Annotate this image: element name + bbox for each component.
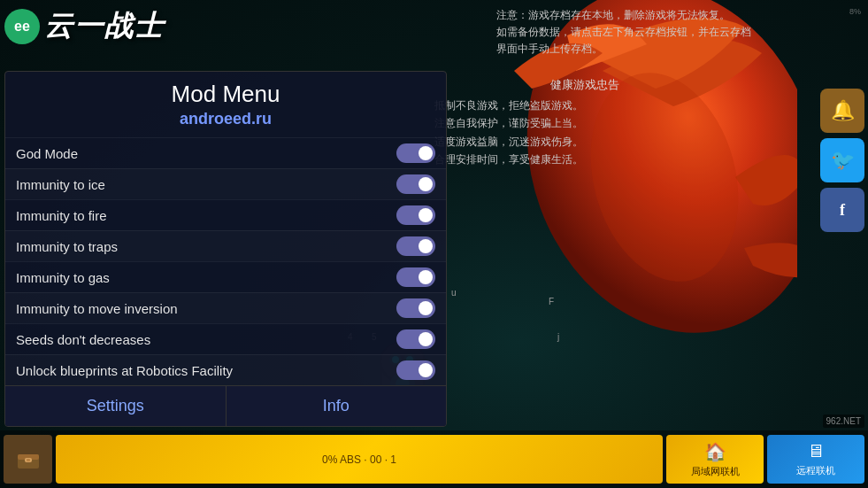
facebook-button[interactable]: f bbox=[820, 188, 864, 232]
mod-label: Immunity to fire bbox=[16, 208, 107, 223]
toggle-immunity-move[interactable] bbox=[396, 298, 435, 318]
svg-rect-16 bbox=[27, 459, 30, 461]
mod-label: Seeds don't decreases bbox=[16, 332, 150, 347]
toggle-immunity-traps[interactable] bbox=[396, 236, 435, 256]
local-network-label: 局域网联机 bbox=[691, 465, 740, 478]
right-side-buttons: 🔔 🐦 f bbox=[820, 89, 864, 232]
mod-label: God Mode bbox=[16, 146, 78, 161]
chest-icon-button[interactable] bbox=[4, 435, 52, 484]
save-notice: 注意：游戏存档存在本地，删除游戏将无法恢复。 如需备份数据，请点击左下角云存档按… bbox=[496, 7, 824, 58]
list-item[interactable]: Immunity to fire bbox=[5, 199, 446, 230]
remote-network-label: 远程联机 bbox=[796, 464, 835, 477]
mod-menu-list: God Mode Immunity to ice Immunity to fir… bbox=[5, 137, 446, 385]
toggle-seeds[interactable] bbox=[396, 329, 435, 349]
local-network-icon: 🏠 bbox=[704, 441, 726, 462]
remote-network-icon: 🖥 bbox=[807, 441, 825, 461]
mod-menu-header: Mod Menu androeed.ru bbox=[5, 72, 446, 137]
list-item[interactable]: God Mode bbox=[5, 137, 446, 168]
toggle-immunity-fire[interactable] bbox=[396, 205, 435, 225]
mod-label: Unlock blueprints at Robotics Facility bbox=[16, 363, 233, 378]
toggle-immunity-ice[interactable] bbox=[396, 174, 435, 194]
notice-small-label: 8% bbox=[849, 7, 861, 16]
toggle-blueprints[interactable] bbox=[396, 360, 435, 380]
list-item[interactable]: Immunity to traps bbox=[5, 230, 446, 261]
twitter-button[interactable]: 🐦 bbox=[820, 138, 864, 182]
health-line-2: 注意自我保护，谨防受骗上当。 bbox=[434, 114, 735, 132]
list-item[interactable]: Immunity to move inversion bbox=[5, 292, 446, 323]
tab-info-label: Info bbox=[323, 397, 350, 414]
toggle-immunity-gas[interactable] bbox=[396, 267, 435, 287]
bell-button[interactable]: 🔔 bbox=[820, 89, 864, 133]
level-marker-u: u bbox=[451, 288, 457, 298]
bell-icon: 🔔 bbox=[831, 99, 855, 122]
health-line-1: 抵制不良游戏，拒绝盗版游戏。 bbox=[434, 97, 735, 114]
mod-label: Immunity to ice bbox=[16, 177, 105, 192]
progress-bar: 0% ABS · 00 · 1 bbox=[56, 435, 663, 484]
logo-main-text: 云一战士 bbox=[44, 7, 165, 46]
mod-label: Immunity to gas bbox=[16, 270, 110, 285]
local-network-button[interactable]: 🏠 局域网联机 bbox=[666, 435, 764, 484]
health-line-4: 合理安排时间，享受健康生活。 bbox=[434, 151, 735, 168]
twitter-icon: 🐦 bbox=[831, 149, 855, 172]
health-notice-area: 健康游戏忠告 抵制不良游戏，拒绝盗版游戏。 注意自我保护，谨防受骗上当。 适度游… bbox=[434, 75, 735, 169]
health-line-3: 适度游戏益脑，沉迷游戏伤身。 bbox=[434, 133, 735, 151]
logo-area: ee 云一战士 bbox=[4, 7, 165, 46]
facebook-icon: f bbox=[840, 201, 845, 220]
tab-info[interactable]: Info bbox=[227, 386, 447, 426]
list-item[interactable]: Immunity to gas bbox=[5, 261, 446, 292]
mod-label: Immunity to traps bbox=[16, 239, 118, 254]
mod-menu-subtitle: androeed.ru bbox=[19, 110, 432, 128]
mod-label: Immunity to move inversion bbox=[16, 301, 178, 316]
mod-menu-title: Mod Menu bbox=[19, 81, 432, 108]
level-marker-f: F bbox=[549, 297, 554, 306]
watermark-text: 962.NET bbox=[826, 416, 861, 426]
progress-text: 0% ABS · 00 · 1 bbox=[322, 453, 396, 466]
remote-network-button[interactable]: 🖥 远程联机 bbox=[767, 435, 864, 484]
logo-circle: ee bbox=[4, 9, 40, 44]
mod-menu-tabs: Settings Info bbox=[5, 385, 446, 426]
logo-circle-text: ee bbox=[14, 19, 30, 35]
save-notice-text: 注意：游戏存档存在本地，删除游戏将无法恢复。 如需备份数据，请点击左下角云存档按… bbox=[496, 9, 751, 55]
level-marker-j: j bbox=[557, 332, 559, 342]
tab-settings[interactable]: Settings bbox=[5, 386, 227, 426]
tab-settings-label: Settings bbox=[87, 397, 144, 414]
watermark: 962.NET bbox=[823, 414, 864, 428]
mod-menu-panel: Mod Menu androeed.ru God Mode Immunity t… bbox=[4, 71, 447, 427]
list-item[interactable]: Seeds don't decreases bbox=[5, 323, 446, 354]
list-item[interactable]: Immunity to ice bbox=[5, 168, 446, 199]
bottom-bar: 0% ABS · 00 · 1 🏠 局域网联机 🖥 远程联机 bbox=[0, 430, 868, 488]
list-item[interactable]: Unlock blueprints at Robotics Facility bbox=[5, 354, 446, 385]
health-notice-title: 健康游戏忠告 bbox=[434, 75, 735, 95]
toggle-god-mode[interactable] bbox=[396, 143, 435, 163]
